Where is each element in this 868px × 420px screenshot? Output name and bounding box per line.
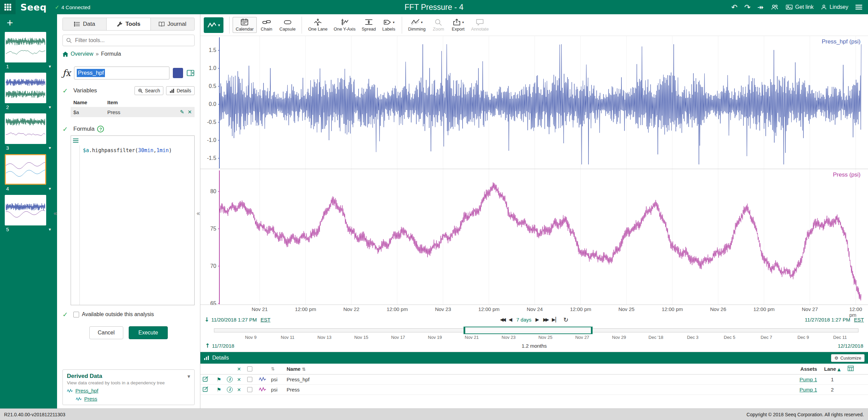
row-checkbox[interactable] bbox=[247, 387, 252, 392]
worksheet-2[interactable]: 2▾ bbox=[5, 73, 52, 110]
variables-details-button[interactable]: Details bbox=[166, 86, 195, 95]
chain-button[interactable]: Chain bbox=[257, 17, 276, 33]
derived-data-link[interactable]: Press_hpf bbox=[75, 388, 98, 394]
press-hpf-chart[interactable]: 1.51.00.50.0-0.5-1.0-1.5Press_hpf (psi) bbox=[200, 36, 868, 169]
variables-search-button[interactable]: Search bbox=[134, 86, 163, 95]
worksheet-menu-chevron-icon[interactable]: ▾ bbox=[49, 186, 51, 191]
export-button[interactable]: ▾Export bbox=[448, 17, 468, 33]
worksheet-menu-chevron-icon[interactable]: ▾ bbox=[49, 227, 51, 232]
column-header-name[interactable]: Name ⇅ bbox=[287, 366, 766, 372]
step-to-now-button[interactable]: ▶▏ bbox=[552, 317, 559, 322]
step-forward-half-button[interactable]: ▶ bbox=[536, 317, 539, 322]
tab-tools[interactable]: Tools bbox=[107, 18, 150, 30]
worksheet-menu-chevron-icon[interactable]: ▾ bbox=[49, 64, 51, 69]
signal-name[interactable]: Press bbox=[287, 387, 766, 392]
step-back-full-button[interactable]: ◀◀ bbox=[500, 317, 505, 322]
breadcrumb-overview-link[interactable]: Overview bbox=[71, 51, 93, 57]
remove-all-icon[interactable]: ✕ bbox=[237, 366, 247, 372]
column-chooser-icon[interactable] bbox=[848, 366, 866, 372]
app-switcher-button[interactable] bbox=[0, 0, 16, 14]
asset-link[interactable]: Pump 1 bbox=[799, 377, 817, 382]
collapse-worksheets-icon[interactable]: « bbox=[53, 209, 57, 217]
asset-link[interactable]: Pump 1 bbox=[799, 387, 817, 392]
worksheet-thumbnail[interactable] bbox=[5, 73, 46, 103]
auto-update-button[interactable]: ↻ bbox=[563, 316, 568, 323]
formula-code[interactable]: $a.highpassfilter(30min,1min) bbox=[80, 145, 194, 305]
press-chart[interactable]: 80757065Press (psi) bbox=[200, 169, 868, 305]
customize-button[interactable]: ⚙ Customize bbox=[831, 354, 865, 362]
available-checkbox[interactable] bbox=[73, 312, 79, 317]
display-range-end[interactable]: 11/27/2018 1:27 PMEST bbox=[805, 317, 864, 323]
column-header-assets[interactable]: Assets bbox=[800, 366, 817, 372]
row-checkbox[interactable] bbox=[247, 377, 252, 382]
series-color-swatch[interactable] bbox=[173, 68, 183, 78]
cancel-button[interactable]: Cancel bbox=[89, 326, 123, 339]
annotate-button[interactable]: Annotate bbox=[468, 17, 492, 33]
redo-all-button[interactable]: ↠ bbox=[757, 3, 763, 12]
seeq-logo[interactable]: Seeq bbox=[20, 2, 47, 13]
formula-name-input[interactable]: Press_hpf bbox=[74, 67, 169, 79]
one-y-axis-button[interactable]: One Y-Axis bbox=[331, 17, 359, 33]
worksheet-menu-chevron-icon[interactable]: ▾ bbox=[49, 105, 51, 110]
start-timezone-label[interactable]: EST bbox=[260, 317, 270, 323]
step-back-half-button[interactable]: ◀ bbox=[509, 317, 512, 322]
worksheet-4[interactable]: 4▾ bbox=[5, 154, 52, 191]
one-lane-button[interactable]: One Lane bbox=[305, 17, 330, 33]
remove-icon[interactable]: ✕ bbox=[237, 387, 247, 392]
calendar-button[interactable]: Calendar bbox=[233, 17, 257, 33]
worksheet-5[interactable]: 5▾ bbox=[5, 195, 52, 232]
home-icon[interactable] bbox=[62, 52, 68, 57]
timeline-selection-window[interactable] bbox=[464, 327, 593, 334]
x-axis: Nov 2112:00 pmNov 2212:00 pmNov 2312:00 … bbox=[200, 305, 868, 314]
expand-editor-icon[interactable] bbox=[186, 70, 195, 76]
info-icon[interactable]: i bbox=[227, 387, 233, 392]
select-all-checkbox[interactable] bbox=[247, 366, 252, 371]
variable-name: $a bbox=[73, 109, 107, 115]
zoom-button[interactable]: Zoom bbox=[429, 17, 448, 33]
tab-data[interactable]: Data bbox=[63, 18, 107, 30]
capsule-button[interactable]: Capsule bbox=[276, 17, 299, 33]
duration-select[interactable]: 7 days bbox=[517, 317, 531, 323]
worksheet-thumbnail[interactable] bbox=[5, 113, 46, 144]
dimming-button[interactable]: ▾Dimming bbox=[405, 17, 429, 33]
edit-variable-icon[interactable]: ✎ bbox=[180, 109, 184, 115]
end-timezone-label[interactable]: EST bbox=[854, 317, 864, 323]
edit-properties-button[interactable] bbox=[202, 386, 217, 393]
new-worksheet-button[interactable]: + bbox=[4, 17, 16, 29]
formula-help-icon[interactable]: ? bbox=[97, 126, 104, 132]
derived-data-link[interactable]: Press bbox=[84, 396, 97, 402]
worksheet-thumbnail[interactable] bbox=[5, 154, 46, 185]
redo-button[interactable]: ↷ bbox=[744, 3, 751, 12]
info-icon[interactable]: i bbox=[227, 377, 233, 382]
formula-editor[interactable]: $a.highpassfilter(30min,1min) bbox=[71, 135, 195, 305]
undo-button[interactable]: ↶ bbox=[731, 3, 737, 12]
remove-icon[interactable]: ✕ bbox=[237, 377, 247, 382]
worksheet-menu-chevron-icon[interactable]: ▾ bbox=[49, 145, 51, 150]
user-menu-button[interactable]: Lindsey bbox=[820, 4, 848, 11]
hamburger-menu-button[interactable] bbox=[855, 4, 863, 10]
pin-icon[interactable]: ⚑ bbox=[217, 387, 227, 393]
worksheet-3[interactable]: 3▾ bbox=[5, 113, 52, 151]
pin-icon[interactable]: ⚑ bbox=[217, 377, 227, 383]
sort-toggle-icon[interactable]: ⇅ bbox=[271, 366, 287, 371]
remove-variable-icon[interactable]: ✕ bbox=[187, 109, 192, 115]
spread-button[interactable]: Spread bbox=[359, 17, 379, 33]
collaborators-button[interactable] bbox=[771, 4, 779, 11]
filter-tools-input[interactable] bbox=[62, 35, 195, 46]
edit-properties-button[interactable] bbox=[202, 376, 217, 383]
collapse-derived-icon[interactable]: ▾ bbox=[187, 373, 190, 380]
worksheet-thumbnail[interactable] bbox=[5, 32, 46, 62]
collapse-panel-icon[interactable]: « bbox=[196, 209, 200, 217]
chart-type-button[interactable]: ▾ bbox=[204, 17, 223, 33]
editor-menu-icon[interactable] bbox=[73, 138, 79, 143]
execute-button[interactable]: Execute bbox=[129, 326, 168, 339]
display-range-start[interactable]: ↓ 11/20/2018 1:27 PMEST bbox=[204, 316, 270, 323]
step-forward-full-button[interactable]: ▶▶ bbox=[543, 317, 548, 322]
signal-name[interactable]: Press_hpf bbox=[287, 377, 766, 382]
worksheet-thumbnail[interactable] bbox=[5, 195, 46, 225]
tab-journal[interactable]: Journal bbox=[151, 18, 194, 30]
labels-button[interactable]: ▾Labels bbox=[379, 17, 399, 33]
worksheet-1[interactable]: 1▾ bbox=[5, 32, 52, 69]
get-link-button[interactable]: Get link bbox=[785, 4, 814, 10]
column-header-lane[interactable]: Lane ▲ bbox=[824, 366, 840, 372]
